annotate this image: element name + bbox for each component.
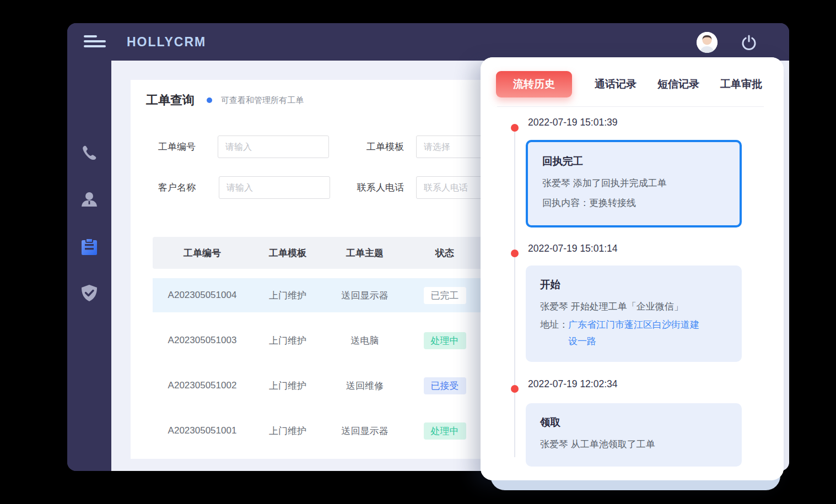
address-link[interactable]: 广东省江门市蓬江区白沙街道建设一路 [568,317,700,350]
sidebar [67,61,111,471]
table-header-row: 工单编号 工单模板 工单主题 状态 [153,237,483,269]
status-badge: 已完工 [424,287,466,304]
status-badge: 处理中 [424,332,466,349]
cell-order-no: A202305051003 [153,335,252,346]
timeline-line [514,128,515,457]
status-badge: 处理中 [424,422,466,440]
sidebar-item-security[interactable] [79,283,99,303]
timeline-card-line: 张爱琴 开始处理工单「企业微信」 [540,297,727,317]
timeline-card-line: 张爱琴 从工单池领取了工单 [540,435,727,454]
sidebar-item-customers[interactable] [79,189,99,209]
power-icon[interactable] [741,34,757,51]
order-no-label: 工单编号 [135,136,196,158]
page-header: 工单查询 可查看和管理所有工单 [146,92,304,109]
timeline-dot [511,124,519,132]
col-header-status: 状态 [406,247,483,259]
col-header-order-no: 工单编号 [153,247,252,259]
timeline-card-title: 领取 [540,415,727,429]
timeline-address-row: 地址： 广东省江门市蓬江区白沙街道建设一路 [540,317,727,350]
page-subtitle: 可查看和管理所有工单 [221,95,304,106]
top-bar: HOLLYCRM [67,23,789,61]
brand-logo: HOLLYCRM [127,23,206,61]
cell-template: 上门维护 [252,334,323,347]
history-panel: 流转历史 通话记录 短信记录 工单审批 2022-07-19 15:01:39 … [481,57,784,480]
cell-subject: 送回维修 [323,380,406,392]
user-icon [79,189,99,209]
customer-label: 客户名称 [135,176,196,199]
tab-workorder-approval[interactable]: 工单审批 [720,77,762,91]
tab-sms-records[interactable]: 短信记录 [657,77,699,91]
cell-template: 上门维护 [252,289,323,302]
timeline-timestamp: 2022-07-19 15:01:39 [528,117,618,128]
clipboard-icon [79,237,99,257]
table-row[interactable]: A202305051004 上门维护 送回显示器 已完工 [153,278,483,312]
table-row[interactable]: A202305051002 上门维护 送回维修 已接受 [153,368,483,403]
timeline-dot [511,385,519,393]
table-row[interactable]: A202305051001 上门维护 送回显示器 处理中 [153,414,483,448]
timeline-card-line: 回执内容：更换转接线 [542,193,725,213]
cell-subject: 送回显示器 [323,425,406,437]
cell-subject: 送回显示器 [323,289,406,302]
menu-icon[interactable] [84,35,106,50]
tab-transfer-history[interactable]: 流转历史 [496,71,572,97]
col-header-subject: 工单主题 [323,247,406,259]
screenshot-canvas: HOLLYCRM [0,0,836,504]
cell-template: 上门维护 [252,380,323,392]
timeline-timestamp: 2022-07-19 12:02:34 [528,378,618,390]
timeline-card-title: 回执完工 [542,154,725,168]
col-header-template: 工单模板 [252,247,323,259]
order-no-input[interactable] [218,136,329,158]
template-label: 工单模板 [338,136,404,158]
table-row[interactable]: A202305051003 上门维护 送电脑 处理中 [153,323,483,357]
avatar[interactable] [697,32,718,53]
timeline-card-title: 开始 [540,278,727,291]
cell-order-no: A202305051002 [153,380,252,391]
shield-check-icon [79,283,99,303]
status-badge: 已接受 [424,377,466,394]
cell-order-no: A202305051004 [153,290,252,301]
tab-call-records[interactable]: 通话记录 [595,77,637,91]
phone-icon [79,143,99,163]
blue-dot-icon [207,97,212,103]
address-label: 地址： [540,317,568,350]
timeline-timestamp: 2022-07-19 15:01:14 [528,243,618,254]
panel-tabs: 流转历史 通话记录 短信记录 工单审批 [496,71,773,97]
sidebar-item-workorders[interactable] [79,237,99,257]
timeline-card-line: 张爱琴 添加了回执并完成工单 [542,174,725,193]
cell-order-no: A202305051001 [153,425,252,436]
timeline-card-start: 开始 张爱琴 开始处理工单「企业微信」 地址： 广东省江门市蓬江区白沙街道建设一… [526,265,742,362]
contact-label: 联系人电话 [338,176,404,199]
sidebar-item-calls[interactable] [79,143,99,163]
customer-input[interactable] [219,176,330,199]
timeline-card-claimed: 领取 张爱琴 从工单池领取了工单 [526,403,742,467]
workorder-query-card: 工单查询 可查看和管理所有工单 工单编号 工单模板 客户名称 联系人电话 工单编… [131,80,506,459]
user-photo-icon [697,32,718,53]
cell-subject: 送电脑 [323,334,406,347]
timeline-dot [511,250,519,257]
tabs-divider [497,106,764,107]
cell-template: 上门维护 [252,425,323,437]
page-title: 工单查询 [146,92,195,109]
timeline-card-completed: 回执完工 张爱琴 添加了回执并完成工单 回执内容：更换转接线 [526,140,742,227]
